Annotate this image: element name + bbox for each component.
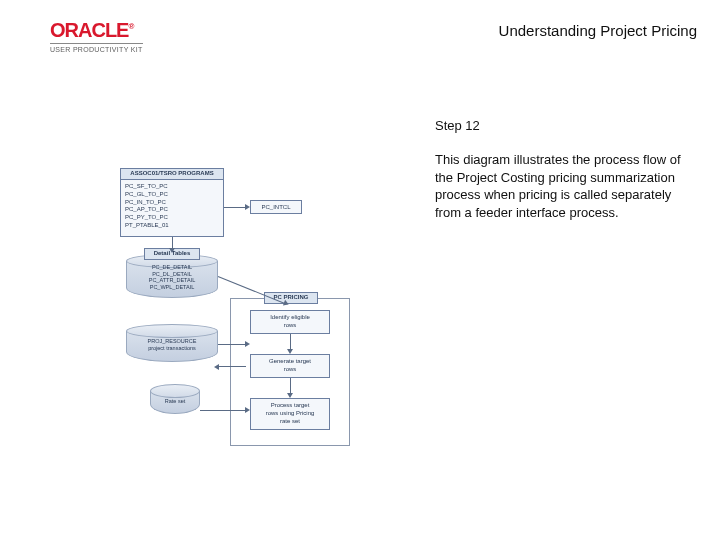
arrow-progs-to-intcl (224, 207, 246, 208)
step-label: Step 12 (435, 118, 697, 133)
step-description: This diagram illustrates the process flo… (435, 151, 697, 221)
arrow-rateset-to-process (200, 410, 246, 411)
detail-tables-cylinder: PC_DE_DETAIL PC_DL_DETAIL PC_ATTR_DETAIL… (126, 254, 218, 298)
page-title: Understanding Project Pricing (499, 22, 697, 39)
process-step-box: Process target rows using Pricing rate s… (250, 398, 330, 430)
transactions-cylinder: PROJ_RESOURCE project transactions (126, 324, 218, 362)
rateset-cylinder: Rate set (150, 384, 200, 414)
arrow-identify-to-generate (290, 334, 291, 350)
programs-box: PC_SF_TO_PC PC_GL_TO_PC PC_IN_TO_PC PC_A… (120, 179, 224, 237)
process-flow-diagram: ASSOC01/TSRO PROGRAMS PC_SF_TO_PC PC_GL_… (120, 176, 365, 456)
arrow-generate-to-process (290, 378, 291, 394)
content-panel: Step 12 This diagram illustrates the pro… (435, 118, 697, 221)
pc-intcl-box: PC_INTCL (250, 200, 302, 214)
identify-step-box: Identify eligible rows (250, 310, 330, 334)
arrow-generate-to-trans (218, 366, 246, 367)
brand-logo: ORACLE® USER PRODUCTIVITY KIT (50, 20, 143, 53)
arrow-trans-to-generate (218, 344, 246, 345)
oracle-wordmark: ORACLE® (50, 20, 143, 40)
arrow-progs-to-detail (172, 237, 173, 249)
generate-step-box: Generate target rows (250, 354, 330, 378)
logo-subtitle: USER PRODUCTIVITY KIT (50, 43, 143, 53)
